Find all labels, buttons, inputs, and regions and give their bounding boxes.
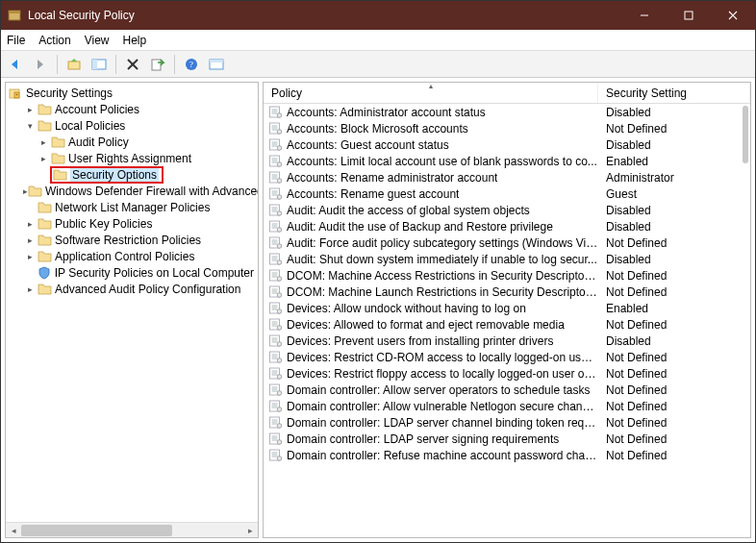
- policy-setting: Disabled: [598, 106, 750, 119]
- policy-row[interactable]: Devices: Prevent users from installing p…: [264, 333, 750, 349]
- policy-name: Accounts: Limit local account use of bla…: [287, 155, 597, 168]
- tree-item-label: Audit Policy: [68, 136, 129, 149]
- policy-name-cell: Accounts: Limit local account use of bla…: [264, 155, 598, 168]
- policy-setting: Not Defined: [598, 383, 750, 397]
- policy-row[interactable]: Accounts: Rename administrator accountAd…: [264, 169, 750, 185]
- policy-row[interactable]: DCOM: Machine Access Restrictions in Sec…: [264, 267, 750, 284]
- svg-point-88: [277, 326, 282, 331]
- policy-icon: [267, 400, 283, 413]
- policy-row[interactable]: DCOM: Machine Launch Restrictions in Sec…: [264, 284, 750, 300]
- tree-item[interactable]: ▸Public Key Policies: [6, 215, 258, 232]
- expander-icon[interactable]: ▾: [23, 121, 37, 131]
- policy-name: DCOM: Machine Access Restrictions in Sec…: [287, 269, 598, 283]
- policy-row[interactable]: Accounts: Guest account statusDisabled: [264, 136, 750, 153]
- tree-item-label: Security Options: [70, 168, 159, 182]
- expander-icon[interactable]: ▸: [23, 252, 37, 261]
- svg-point-83: [277, 309, 282, 314]
- svg-point-33: [277, 146, 282, 151]
- scroll-left-icon[interactable]: ◂: [6, 523, 21, 538]
- policy-row[interactable]: Devices: Allowed to format and eject rem…: [264, 316, 750, 333]
- close-button[interactable]: [711, 1, 755, 30]
- tree-item[interactable]: ▸Account Policies: [6, 101, 258, 117]
- policy-name-cell: Accounts: Block Microsoft accounts: [264, 122, 598, 136]
- help-button[interactable]: ?: [181, 54, 202, 75]
- policy-row[interactable]: Devices: Restrict floppy access to local…: [264, 365, 750, 382]
- policy-row[interactable]: Accounts: Block Microsoft accountsNot De…: [264, 120, 750, 136]
- titlebar: Local Security Policy: [1, 1, 755, 30]
- tree-item-label: Application Control Policies: [55, 250, 194, 263]
- policy-name: Devices: Restrict floppy access to local…: [287, 367, 598, 381]
- policy-row[interactable]: Audit: Force audit policy subcategory se…: [264, 234, 750, 251]
- policy-setting: Not Defined: [598, 318, 750, 332]
- security-settings-tree[interactable]: Security Settings▸Account Policies▾Local…: [6, 83, 258, 522]
- policy-row[interactable]: Domain controller: Allow vulnerable Netl…: [264, 398, 750, 414]
- policy-row[interactable]: Accounts: Limit local account use of bla…: [264, 153, 750, 169]
- toolbar-separator: [174, 55, 175, 74]
- policy-name-cell: Audit: Audit the access of global system…: [264, 204, 598, 217]
- policy-row[interactable]: Domain controller: LDAP server channel b…: [264, 414, 750, 431]
- tree-item[interactable]: Security Options: [6, 166, 258, 183]
- list-vscrollbar[interactable]: [743, 106, 748, 163]
- tree-item-label: Network List Manager Policies: [55, 201, 210, 214]
- forward-button[interactable]: [30, 54, 51, 75]
- svg-point-113: [277, 407, 282, 412]
- policy-icon: [267, 204, 283, 217]
- expander-icon[interactable]: ▸: [23, 105, 37, 114]
- policy-icon: [267, 351, 283, 364]
- tree-item[interactable]: ▸Windows Defender Firewall with Advanced…: [6, 183, 258, 199]
- tree-item[interactable]: ▾Local Policies: [6, 117, 258, 134]
- column-policy[interactable]: Policy ▴: [264, 83, 598, 103]
- policy-row[interactable]: Domain controller: Allow server operator…: [264, 382, 750, 398]
- expander-icon[interactable]: ▸: [37, 137, 50, 147]
- expander-icon[interactable]: ▸: [23, 284, 37, 294]
- tree-item[interactable]: ▸Advanced Audit Policy Configuration: [6, 281, 258, 297]
- policy-row[interactable]: Devices: Restrict CD-ROM access to local…: [264, 349, 750, 365]
- tree-root[interactable]: Security Settings: [6, 85, 258, 101]
- menu-help[interactable]: Help: [123, 34, 147, 47]
- svg-rect-8: [92, 60, 97, 69]
- tree-item[interactable]: ▸User Rights Assignment: [6, 150, 258, 166]
- policy-name: Accounts: Administrator account status: [287, 106, 486, 119]
- menu-action[interactable]: Action: [38, 34, 70, 47]
- export-button[interactable]: [147, 54, 168, 75]
- policy-list[interactable]: Accounts: Administrator account statusDi…: [264, 104, 750, 537]
- tree-item[interactable]: Network List Manager Policies: [6, 199, 258, 215]
- tree-panel: Security Settings▸Account Policies▾Local…: [5, 82, 259, 538]
- policy-row[interactable]: Audit: Audit the access of global system…: [264, 202, 750, 218]
- menu-file[interactable]: File: [7, 34, 25, 47]
- scroll-thumb[interactable]: [21, 525, 172, 536]
- policy-row[interactable]: Devices: Allow undock without having to …: [264, 300, 750, 316]
- policy-setting: Disabled: [598, 204, 750, 217]
- policy-row[interactable]: Audit: Audit the use of Backup and Resto…: [264, 218, 750, 234]
- policy-row[interactable]: Domain controller: Refuse machine accoun…: [264, 447, 750, 463]
- policy-row[interactable]: Domain controller: LDAP server signing r…: [264, 431, 750, 447]
- tree-item[interactable]: IP Security Policies on Local Computer: [6, 264, 258, 281]
- policy-row[interactable]: Audit: Shut down system immediately if u…: [264, 251, 750, 267]
- policy-setting: Not Defined: [598, 367, 750, 381]
- back-button[interactable]: [5, 54, 26, 75]
- minimize-button[interactable]: [622, 1, 667, 30]
- tree-hscrollbar[interactable]: ◂ ▸: [6, 522, 258, 537]
- tree-item-label: IP Security Policies on Local Computer: [55, 266, 254, 280]
- expander-icon[interactable]: ▸: [37, 154, 50, 163]
- policy-row[interactable]: Accounts: Rename guest accountGuest: [264, 185, 750, 202]
- policy-name-cell: Audit: Force audit policy subcategory se…: [264, 236, 598, 250]
- tree-root-label: Security Settings: [26, 86, 113, 100]
- tree-item[interactable]: ▸Application Control Policies: [6, 248, 258, 264]
- tree-item[interactable]: ▸Audit Policy: [6, 134, 258, 150]
- delete-button[interactable]: [122, 54, 143, 75]
- properties-button[interactable]: [206, 54, 227, 75]
- up-button[interactable]: [63, 54, 85, 75]
- menubar: File Action View Help: [1, 30, 755, 51]
- folder-icon: [28, 185, 42, 198]
- scroll-right-icon[interactable]: ▸: [242, 523, 258, 538]
- menu-view[interactable]: View: [85, 34, 110, 47]
- tree-item-label: Windows Defender Firewall with Advanced …: [45, 185, 258, 198]
- maximize-button[interactable]: [667, 1, 711, 30]
- expander-icon[interactable]: ▸: [23, 219, 37, 229]
- policy-row[interactable]: Accounts: Administrator account statusDi…: [264, 104, 750, 120]
- expander-icon[interactable]: ▸: [23, 235, 37, 245]
- column-setting[interactable]: Security Setting: [598, 83, 750, 103]
- tree-item[interactable]: ▸Software Restriction Policies: [6, 232, 258, 248]
- show-hide-tree-button[interactable]: [88, 54, 110, 75]
